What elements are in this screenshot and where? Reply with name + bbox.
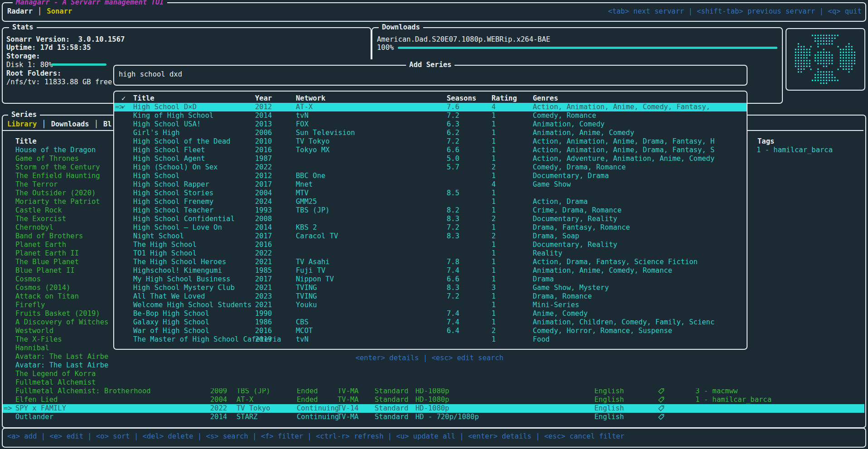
stats-uptime: Uptime: 17d 15:58:35 <box>6 43 91 52</box>
series-row[interactable]: Castle Rock <box>15 206 62 215</box>
monitored-tag-icon <box>658 405 665 413</box>
tab-separator: │ <box>38 7 42 16</box>
stats-version: Sonarr Version: 3.0.10.1567 <box>6 35 125 44</box>
tab-separator: │ <box>94 120 98 129</box>
series-row[interactable]: Outlander2014STARZContinuingTV-MAStandar… <box>3 413 864 421</box>
result-row[interactable]: TO1 High School20221Reality <box>114 249 747 258</box>
series-row[interactable]: Westworld <box>15 327 53 335</box>
stats-title: Stats <box>9 23 37 32</box>
series-row[interactable]: A Discovery of Witches <box>15 318 108 327</box>
result-row[interactable]: All That We Loved2023TVING7.21Drama, Rom… <box>114 292 747 301</box>
result-row[interactable]: High School Frenemy2024GMM251Action, Dra… <box>114 198 747 206</box>
series-row[interactable]: =>SPY x FAMILY2022TV TokyoContinuingTV-1… <box>3 404 864 413</box>
stats-rootfolders-label: Root Folders: <box>6 69 61 78</box>
series-row[interactable]: Planet Earth II <box>15 249 79 258</box>
result-row[interactable]: High School Agent19875.01Action, Adventu… <box>114 154 747 163</box>
library-title-header: Title <box>15 137 37 146</box>
series-row[interactable]: The Legend of Korra <box>15 370 96 378</box>
result-row[interactable]: High School Teacher1993TBS (JP)8.21Crime… <box>114 206 747 215</box>
tabbar-box: Managarr - A Servarr management TUI Rada… <box>2 2 866 22</box>
top-keybinds: <tab> next servarr | <shift-tab> previou… <box>608 7 862 16</box>
series-tab-library[interactable]: Library <box>7 120 37 129</box>
download-progress-label: 100% <box>377 43 394 52</box>
result-row[interactable]: Welcome High School Students2021Youku1Mi… <box>114 301 747 309</box>
series-row[interactable]: The Terror <box>15 180 58 189</box>
popup-keybinds: <enter> details | <esc> edit search <box>113 354 746 362</box>
series-row[interactable]: The Outsider (2020) <box>15 189 96 198</box>
series-row[interactable]: Fullmetal Alchemist <box>15 378 96 387</box>
monitored-tag-icon <box>658 413 665 422</box>
result-row[interactable]: High School USA!2013FOX6.31Animation, Co… <box>114 120 747 129</box>
series-row[interactable]: Game of Thrones <box>15 154 79 163</box>
result-row[interactable]: The High School20161Documentary, Reality <box>114 241 747 249</box>
series-row[interactable]: Band of Brothers <box>15 232 83 241</box>
stats-storage-label: Storage: <box>6 52 40 61</box>
stats-rootfolder-value: /nfs/tv: 11833.88 GB free <box>6 78 112 87</box>
add-series-search-box: Add Series <box>113 65 747 86</box>
tab-separator: │ <box>42 120 46 129</box>
tab-radarr[interactable]: Radarr <box>7 7 33 16</box>
series-row[interactable]: Avatar: The Last Airbe <box>15 352 108 361</box>
result-row[interactable]: High School Stories2004MTV8.51 <box>114 189 747 198</box>
series-tab-blocklist[interactable]: Bl <box>103 120 112 129</box>
disk-usage-gauge <box>51 63 106 66</box>
result-row[interactable]: High School – Love On2014KBS 27.21Drama,… <box>114 223 747 232</box>
result-row[interactable]: War of High School2016MCOT6.42Comedy, Ho… <box>114 327 747 335</box>
monitored-tag-icon <box>658 396 665 405</box>
series-row[interactable]: Storm of the Century <box>15 163 100 172</box>
series-row[interactable]: Elfen Lied2004AT-XEndedTV-MAStandardHD-1… <box>3 396 864 404</box>
first-row-tag: 1 - hamilcar_barca <box>757 146 833 154</box>
series-row[interactable]: Avatar: The Last Airbe <box>15 361 108 370</box>
add-series-popup-title: Add Series <box>406 61 454 69</box>
series-row[interactable]: House of the Dragon <box>15 146 96 154</box>
series-tab-downloads[interactable]: Downloads <box>51 120 89 129</box>
sonarr-logo <box>786 29 863 88</box>
series-row[interactable]: Chernobyl <box>15 223 53 232</box>
series-row[interactable]: The Exorcist <box>15 215 66 223</box>
tab-sonarr[interactable]: Sonarr <box>47 7 72 16</box>
result-row[interactable]: King of High School2014tvN7.21Comedy, Ro… <box>114 111 747 120</box>
download-item-name: American.Dad.S20E07.1080p.WEBRip.x264-BA… <box>377 35 550 44</box>
results-rows: =>✓High School D×D2012AT-X7.64Action, An… <box>114 92 747 349</box>
series-row[interactable]: Cosmos <box>15 275 41 284</box>
series-row[interactable]: Moriarty the Patriot <box>15 198 100 206</box>
series-row[interactable]: The Enfield Haunting <box>15 172 100 180</box>
stats-disk-label: Disk 1: 80% <box>6 61 53 69</box>
result-row[interactable]: Girl's High2006Sun Television6.21Animati… <box>114 129 747 137</box>
app-title: Managarr - A Servarr management TUI <box>13 0 167 7</box>
result-row[interactable]: Galaxy High School1986CBS7.41Animation, … <box>114 318 747 327</box>
series-row[interactable]: Planet Earth <box>15 241 66 249</box>
series-row[interactable]: Hannibal <box>15 344 49 352</box>
series-row[interactable]: Firefly <box>15 301 45 309</box>
result-row[interactable]: High School Rapper2017Mnet4Game Show <box>114 180 747 189</box>
download-progress-gauge <box>398 47 777 49</box>
series-row[interactable]: Fruits Basket (2019) <box>15 309 100 318</box>
result-row[interactable]: The High School Heroes2021TV Asahi7.81Ac… <box>114 258 747 266</box>
series-row[interactable]: Blue Planet II <box>15 266 75 275</box>
result-row[interactable]: My High School Business2017Nippon TV6.61… <box>114 275 747 284</box>
result-row[interactable]: High (School) On Sex20225.72Comedy, Dram… <box>114 163 747 172</box>
add-series-search-input[interactable] <box>118 70 740 79</box>
result-row[interactable]: Be-Bop High School19907.41Anime, Comedy <box>114 309 747 318</box>
result-row[interactable]: Highschool! Kimengumi1985Fuji TV7.41Anim… <box>114 266 747 275</box>
add-series-results-box: ✓ Title Year Network Seasons Rating Genr… <box>113 91 747 350</box>
logo-box <box>786 28 865 91</box>
result-row[interactable]: =>✓High School D×D2012AT-X7.64Action, An… <box>114 103 747 111</box>
monitored-tag-icon <box>658 387 665 396</box>
series-row[interactable]: Cosmos (2014) <box>15 284 70 292</box>
result-row[interactable]: High School Mystery Club2021TVING8.33Gam… <box>114 284 747 292</box>
tags-header: Tags <box>757 137 774 146</box>
result-row[interactable]: Night School2017Caracol TV8.32Drama, Soa… <box>114 232 747 241</box>
bottom-keybinds: <a> add | <e> edit | <o> sort | <del> de… <box>7 432 624 441</box>
add-series-popup: Add Series ✓ Title Year Network Seasons … <box>113 59 747 388</box>
result-row[interactable]: High School2012BBC One1Documentary, Dram… <box>114 172 747 180</box>
series-row[interactable]: The X-Files <box>15 335 62 344</box>
series-row[interactable]: The Blue Planet <box>15 258 79 266</box>
bottom-bar-box: <a> add | <e> edit | <o> sort | <del> de… <box>2 428 866 448</box>
result-row[interactable]: High School of the Dead2010TV Tokyo7.21A… <box>114 137 747 146</box>
result-row[interactable]: High School Confidential20088.32Document… <box>114 215 747 223</box>
result-row[interactable]: The Master of High School Cafeteria2019t… <box>114 335 747 344</box>
series-row[interactable]: Attack on Titan <box>15 292 79 301</box>
downloads-title: Downloads <box>379 23 423 32</box>
result-row[interactable]: High School Fleet2016Tokyo MX6.61Action,… <box>114 146 747 154</box>
